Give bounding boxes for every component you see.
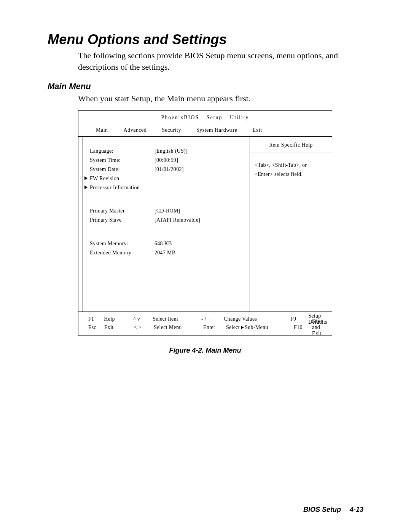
page-footer-line: BIOS Setup 4-13 (48, 506, 363, 514)
footer-label-exit: Exit (104, 324, 134, 331)
row-extended-memory: Extended Memory: 2047 MB (90, 248, 245, 257)
row-system-date[interactable]: System Date: [01/01/2002] (90, 165, 245, 174)
label-primary-master: Primary Master (90, 206, 155, 216)
help-line-1: <Tab>, <Shift-Tab>, or (255, 161, 327, 170)
label-system-memory: System Memory: (90, 239, 155, 248)
bios-footer-help: F1 Help ^ v Select Item - / + Change Val… (78, 312, 332, 335)
label-processor-info: Processor Information (90, 183, 140, 192)
bios-screenshot: PhoenixBIOS Setup Utility Main Advanced … (78, 110, 332, 335)
value-system-memory: 648 KB (155, 239, 245, 248)
bios-help-panel: Item Specific Help <Tab>, <Shift-Tab>, o… (250, 137, 332, 312)
footer-label-save-exit: Save and Exit (312, 318, 327, 337)
submenu-arrow-icon (84, 176, 88, 180)
bios-tab-bar: Main Advanced Security System Hardware E… (78, 124, 332, 137)
tab-main[interactable]: Main (88, 124, 116, 136)
value-primary-slave: [ATAPI Removable] (155, 216, 245, 225)
row-language[interactable]: Language: [English (US)] (90, 147, 245, 156)
row-system-memory: System Memory: 648 KB (90, 239, 245, 248)
row-primary-master[interactable]: Primary Master [CD-ROM] (90, 206, 245, 216)
bios-main-panel: Language: [English (US)] System Time: [0… (83, 137, 250, 312)
value-system-date: [01/01/2002] (155, 165, 245, 174)
label-system-date: System Date: (90, 165, 155, 174)
value-extended-memory: 2047 MB (155, 248, 245, 257)
help-line-2: <Enter> selects field. (255, 170, 327, 179)
label-extended-memory: Extended Memory: (90, 248, 155, 257)
label-primary-slave: Primary Slave (90, 216, 155, 225)
bottom-rule (48, 501, 363, 501)
footer-label-help: Help (104, 316, 133, 322)
footer-label-select-item: Select Item (153, 316, 201, 322)
help-title: Item Specific Help (255, 137, 327, 152)
intro-paragraph: The following sections provide BIOS Setu… (78, 50, 352, 72)
top-rule (48, 23, 363, 23)
footer-key-plusminus: - / + (201, 316, 224, 322)
footer-page-number: 4-13 (350, 506, 363, 513)
tab-system-hardware[interactable]: System Hardware (189, 124, 245, 136)
row-system-time[interactable]: System Time: [00:00:59] (90, 156, 245, 165)
page-heading: Menu Options and Settings (48, 32, 363, 48)
tab-exit[interactable]: Exit (245, 124, 269, 136)
footer-title: BIOS Setup (303, 506, 341, 513)
figure-caption: Figure 4-2. Main Menu (78, 347, 332, 355)
value-system-time: [00:00:59] (155, 156, 245, 165)
subheading-main-menu: Main Menu (48, 81, 363, 91)
label-fw-revision: FW Revision (90, 174, 119, 183)
row-fw-revision[interactable]: FW Revision (90, 174, 245, 183)
footer-key-leftright: < > (134, 324, 154, 331)
footer-key-f1: F1 (88, 316, 104, 322)
footer-label-change-values: Change Values (224, 316, 290, 322)
label-system-time: System Time: (90, 156, 155, 165)
tab-security[interactable]: Security (154, 124, 189, 136)
footer-label-select-submenu: Select Sub-Menu (226, 324, 294, 331)
submenu-arrow-icon (241, 326, 244, 329)
footer-key-f9: F9 (290, 316, 308, 322)
footer-key-updown: ^ v (133, 316, 153, 322)
value-primary-master: [CD-ROM] (155, 206, 245, 216)
subheading-text: When you start Setup, the Main menu appe… (78, 94, 363, 104)
footer-label-select-menu: Select Menu (154, 324, 203, 331)
row-primary-slave[interactable]: Primary Slave [ATAPI Removable] (90, 216, 245, 225)
bios-title: PhoenixBIOS Setup Utility (78, 111, 332, 124)
footer-key-enter: Enter (203, 324, 226, 331)
label-language: Language: (90, 147, 155, 156)
footer-key-f10: F10 (294, 324, 312, 331)
footer-key-esc: Esc (88, 324, 104, 331)
tab-advanced[interactable]: Advanced (116, 124, 155, 136)
row-processor-info[interactable]: Processor Information (90, 183, 245, 192)
value-language: [English (US)] (155, 147, 245, 156)
submenu-arrow-icon (84, 185, 88, 189)
